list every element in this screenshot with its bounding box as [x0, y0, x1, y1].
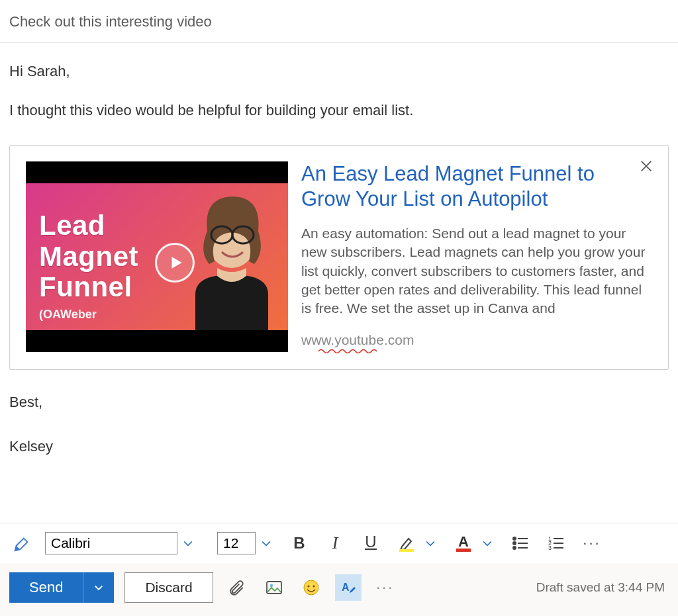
font-color-dropdown[interactable] [477, 537, 498, 550]
font-size-input[interactable] [217, 532, 256, 554]
insert-emoji-button[interactable] [298, 574, 324, 601]
font-size-dropdown[interactable] [256, 537, 277, 550]
email-body[interactable]: Hi Sarah, I thought this video would be … [0, 43, 678, 523]
video-thumbnail[interactable]: Lead Magnet Funnel (OAWeber [26, 161, 288, 352]
svg-rect-3 [399, 549, 414, 552]
highlight-button[interactable] [393, 530, 420, 556]
svg-rect-16 [267, 582, 281, 594]
svg-point-8 [513, 547, 516, 549]
greeting-text: Hi Sarah, [9, 62, 669, 82]
bold-button[interactable]: B [286, 530, 313, 556]
email-subject-field[interactable]: Check out this interesting video [0, 0, 678, 43]
svg-point-4 [513, 537, 516, 540]
send-options-dropdown[interactable] [83, 572, 114, 603]
svg-point-18 [304, 580, 318, 595]
spellcheck-squiggle [318, 349, 378, 353]
font-name-dropdown[interactable] [177, 537, 199, 550]
discard-button[interactable]: Discard [124, 572, 213, 603]
insert-picture-button[interactable] [261, 574, 287, 601]
thumbnail-title: Lead Magnet Funnel [26, 210, 138, 302]
link-preview-card[interactable]: Lead Magnet Funnel (OAWeber [9, 145, 669, 371]
more-format-options-button[interactable]: ··· [579, 530, 605, 556]
svg-point-6 [513, 542, 516, 545]
svg-point-19 [307, 585, 309, 587]
font-color-button[interactable]: A [450, 530, 477, 556]
card-title[interactable]: An Easy Lead Magnet Funnel to Grow Your … [301, 161, 626, 213]
font-name-input[interactable] [45, 532, 177, 554]
send-button[interactable]: Send [9, 572, 83, 603]
underline-button[interactable]: U [358, 530, 384, 556]
svg-text:3: 3 [548, 545, 552, 551]
svg-text:A: A [342, 582, 350, 593]
format-painter-button[interactable] [9, 530, 36, 556]
action-bar: Send Discard A ··· Draft saved at 3:44 P… [0, 563, 678, 616]
thumbnail-brand: (OAWeber [39, 306, 97, 323]
draft-saved-status: Draft saved at 3:44 PM [536, 580, 669, 595]
signature-name: Kelsey [9, 437, 669, 457]
toggle-formatting-button[interactable]: A [335, 574, 362, 601]
highlight-dropdown[interactable] [420, 537, 441, 550]
numbered-list-button[interactable]: 123 [543, 530, 569, 556]
thumbnail-person [175, 183, 288, 330]
card-source-url[interactable]: www.youtube.com [301, 332, 414, 347]
format-toolbar: B I U A 123 ··· [0, 523, 678, 563]
italic-button[interactable]: I [322, 530, 348, 556]
close-card-button[interactable] [639, 159, 654, 179]
attach-file-button[interactable] [224, 574, 250, 601]
bulleted-list-button[interactable] [507, 530, 534, 556]
svg-point-17 [269, 584, 272, 587]
closing-text: Best, [9, 392, 669, 413]
card-description: An easy automation: Send out a lead magn… [301, 224, 652, 318]
body-line-1: I thought this video would be helpful fo… [9, 101, 669, 121]
more-actions-button[interactable]: ··· [372, 574, 399, 601]
svg-point-20 [313, 585, 315, 587]
